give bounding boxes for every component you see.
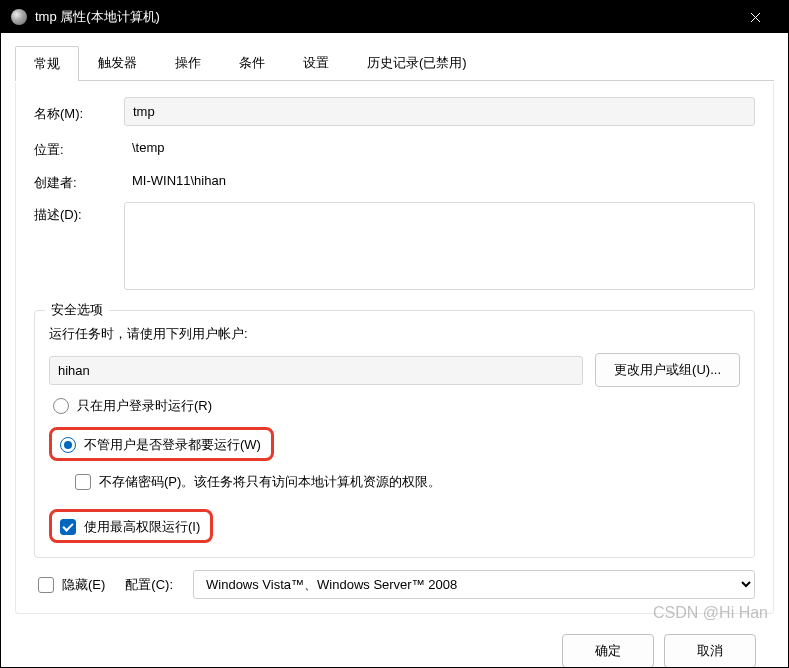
close-button[interactable] <box>732 1 778 33</box>
security-group: 安全选项 运行任务时，请使用下列用户帐户: 更改用户或组(U)... 只在用户登… <box>34 310 755 558</box>
change-user-button[interactable]: 更改用户或组(U)... <box>595 353 740 387</box>
tab-settings[interactable]: 设置 <box>284 45 348 80</box>
tab-general[interactable]: 常规 <box>15 46 79 81</box>
close-icon <box>750 12 761 23</box>
ok-button[interactable]: 确定 <box>562 634 654 668</box>
no-store-pw-row[interactable]: 不存储密码(P)。该任务将只有访问本地计算机资源的权限。 <box>71 473 740 491</box>
name-input[interactable] <box>124 97 755 126</box>
security-group-title: 安全选项 <box>45 301 109 319</box>
hidden-label: 隐藏(E) <box>62 576 105 594</box>
window-icon <box>11 9 27 25</box>
location-label: 位置: <box>34 137 124 159</box>
name-label: 名称(M): <box>34 101 124 123</box>
radio-always[interactable] <box>60 437 76 453</box>
highest-priv-label: 使用最高权限运行(I) <box>84 518 200 536</box>
tab-triggers[interactable]: 触发器 <box>79 45 156 80</box>
radio-logged-on-label: 只在用户登录时运行(R) <box>77 397 212 415</box>
tab-history[interactable]: 历史记录(已禁用) <box>348 45 486 80</box>
tab-actions[interactable]: 操作 <box>156 45 220 80</box>
run-as-label: 运行任务时，请使用下列用户帐户: <box>49 325 740 343</box>
config-label: 配置(C): <box>125 576 173 594</box>
radio-logged-on-row[interactable]: 只在用户登录时运行(R) <box>49 397 740 415</box>
checkbox-no-store-pw[interactable] <box>75 474 91 490</box>
hidden-row[interactable]: 隐藏(E) <box>34 576 105 594</box>
radio-always-label: 不管用户是否登录都要运行(W) <box>84 436 261 454</box>
highlight-highest-priv: 使用最高权限运行(I) <box>49 509 213 543</box>
radio-always-row[interactable]: 不管用户是否登录都要运行(W) <box>56 436 261 454</box>
radio-logged-on[interactable] <box>53 398 69 414</box>
config-select[interactable]: Windows Vista™、Windows Server™ 2008 <box>193 570 755 599</box>
no-store-pw-label: 不存储密码(P)。该任务将只有访问本地计算机资源的权限。 <box>99 473 441 491</box>
cancel-button[interactable]: 取消 <box>664 634 756 668</box>
author-label: 创建者: <box>34 170 124 192</box>
tab-conditions[interactable]: 条件 <box>220 45 284 80</box>
checkbox-hidden[interactable] <box>38 577 54 593</box>
description-input[interactable] <box>124 202 755 290</box>
tab-strip: 常规 触发器 操作 条件 设置 历史记录(已禁用) <box>15 45 774 81</box>
highest-priv-row[interactable]: 使用最高权限运行(I) <box>56 518 200 536</box>
location-value: \temp <box>124 136 755 159</box>
checkbox-highest-priv[interactable] <box>60 519 76 535</box>
highlight-run-always: 不管用户是否登录都要运行(W) <box>49 427 274 461</box>
window-title: tmp 属性(本地计算机) <box>35 8 160 26</box>
description-label: 描述(D): <box>34 202 124 224</box>
author-value: MI-WIN11\hihan <box>124 169 755 192</box>
title-bar: tmp 属性(本地计算机) <box>1 1 788 33</box>
account-input <box>49 356 583 385</box>
